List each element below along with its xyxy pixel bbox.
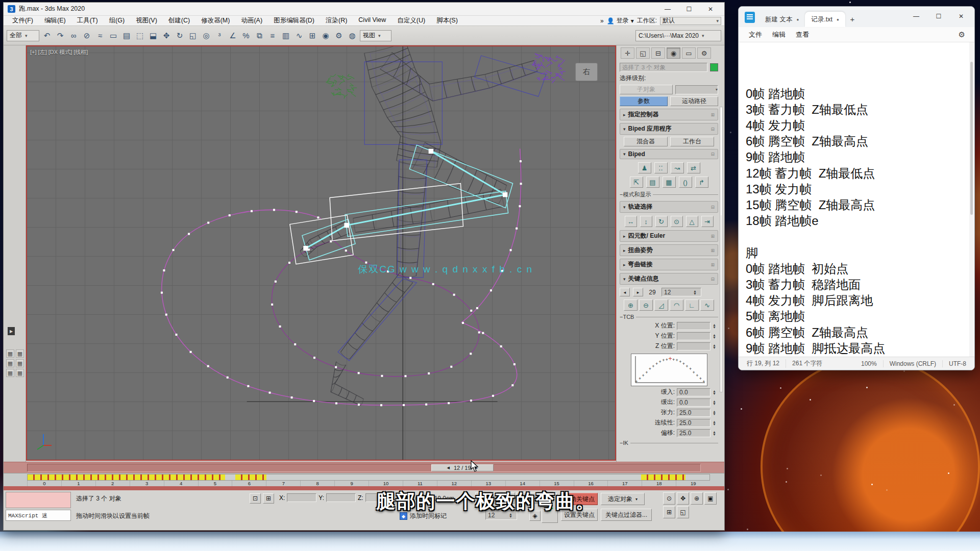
viewport-layout-a-icon[interactable]: ▦	[6, 349, 14, 358]
rollout-biped[interactable]: ▾ Biped ⊟	[620, 149, 718, 159]
named-selection-field[interactable]: 选择了 3 个 对象	[620, 63, 707, 72]
menu-item[interactable]: 组(G)	[104, 16, 131, 25]
rotate-icon[interactable]: ↻	[173, 29, 186, 42]
hierarchy-tab-icon[interactable]: ⊟	[651, 47, 665, 59]
notepad-close-button[interactable]: ✕	[950, 9, 972, 24]
menu-item[interactable]: 脚本(S)	[431, 16, 463, 25]
continuity-field[interactable]: 25.0	[677, 419, 710, 427]
minimize-button[interactable]: —	[658, 4, 677, 14]
align-icon[interactable]: ≡	[266, 29, 279, 42]
rollout-track-selection[interactable]: ▾ 轨迹选择 ⊟	[620, 201, 718, 213]
menu-item[interactable]: 工具(T)	[71, 16, 104, 25]
pan-view-icon[interactable]: ✥	[677, 492, 689, 505]
zoom-region-icon[interactable]: ⊞	[663, 506, 675, 518]
viewport-layout-d-icon[interactable]: ▦	[16, 359, 24, 367]
menu-item[interactable]: 创建(C)	[163, 16, 195, 25]
menu-item[interactable]: 图形编辑器(D)	[268, 16, 320, 25]
notepad-maximize-button[interactable]: ☐	[927, 9, 950, 24]
redo-icon[interactable]: ↷	[54, 29, 67, 42]
settings-gear-icon[interactable]: ⚙	[954, 30, 969, 39]
previous-frame-arrow[interactable]: ◂	[447, 464, 450, 471]
convert-icon[interactable]: ()	[679, 177, 692, 188]
viewport-layout-c-icon[interactable]: ▦	[6, 359, 14, 367]
time-slider-track[interactable]: ◂ 12 / 19 ▸	[27, 464, 701, 472]
object-color-swatch[interactable]	[710, 63, 718, 71]
body-vertical-icon[interactable]: ↕	[640, 216, 652, 227]
tangent-fast-icon[interactable]: ◿	[654, 299, 668, 311]
isolate-selection-icon[interactable]: ⊙	[663, 492, 675, 505]
spinner-icon[interactable]	[713, 431, 718, 436]
rollout-quaternion-euler[interactable]: ▸ 四元数/ Euler ⊞	[620, 230, 718, 242]
spinner-icon[interactable]	[713, 344, 718, 349]
viewport-layout-e-icon[interactable]: ▦	[6, 369, 14, 377]
body-horizontal-icon[interactable]: ↔	[625, 216, 637, 227]
modes-display-separator[interactable]: −模式和显示	[620, 191, 651, 198]
time-slider-button[interactable]: ◂ 12 / 19 ▸	[431, 464, 494, 471]
notepad-menu-item[interactable]: 编辑	[767, 29, 791, 41]
z-position-field[interactable]	[677, 342, 710, 350]
new-tab-button[interactable]: +	[845, 12, 860, 26]
render-setup-icon[interactable]: ⚙	[332, 29, 346, 42]
schematic-view-icon[interactable]: ⊞	[306, 29, 319, 42]
parameters-tab-button[interactable]: 参数	[620, 96, 668, 106]
menu-item[interactable]: 动画(A)	[235, 16, 268, 25]
next-key-button[interactable]: ▸	[633, 288, 643, 296]
viewport-layout-f-icon[interactable]: ▦	[16, 369, 24, 377]
reference-coordinate-dropdown[interactable]: 视图 ▾	[360, 30, 391, 41]
rollout-biped-apps[interactable]: ▾ Biped 应用程序 ⊟	[620, 123, 718, 135]
offset-mode-icon[interactable]: ⊞	[263, 493, 274, 504]
menu-item[interactable]: 编辑(E)	[39, 16, 71, 25]
scale-icon[interactable]: ◱	[186, 29, 200, 42]
flyout-arrow-button[interactable]: ▶	[8, 327, 15, 335]
line-ending[interactable]: Windows (CRLF)	[884, 360, 943, 367]
modify-tab-icon[interactable]: ◱	[636, 47, 650, 59]
keyframe-range[interactable]	[641, 474, 685, 480]
notepad-tab[interactable]: 新建 文本 ●	[759, 12, 805, 27]
bias-field[interactable]: 25.0	[677, 429, 710, 437]
layer-manager-icon[interactable]: ▥	[279, 29, 292, 42]
percent-snap-icon[interactable]: %	[239, 29, 253, 42]
delete-key-icon[interactable]: ⊖	[639, 299, 653, 311]
workspace-dropdown[interactable]: 默认 ▾	[660, 17, 721, 25]
ik-separator[interactable]: −IK	[620, 440, 628, 446]
rollout-key-info[interactable]: ▾ 关键点信息 ⊟	[620, 273, 718, 285]
curve-editor-icon[interactable]: ∿	[292, 29, 306, 42]
tcb-separator[interactable]: −TCB	[620, 314, 634, 320]
figure-mode-icon[interactable]: ♟	[638, 162, 651, 173]
rollout-bend-links[interactable]: ▸ 弯曲链接 ⊞	[620, 259, 718, 270]
create-tab-icon[interactable]: ✛	[621, 47, 634, 59]
zoom-extents-icon[interactable]: ▣	[704, 492, 717, 505]
mirror-icon[interactable]: ⧉	[253, 29, 266, 42]
viewcube[interactable]: 右	[575, 63, 598, 81]
encoding[interactable]: UTF-8	[943, 360, 972, 367]
spinner-icon[interactable]	[693, 290, 699, 295]
select-object-icon[interactable]: ▭	[107, 29, 120, 42]
notepad-menu-item[interactable]: 查看	[791, 29, 814, 41]
key-frame-field[interactable]: 12	[662, 288, 701, 296]
undo-icon[interactable]: ↶	[40, 29, 54, 42]
maxscript-label[interactable]: MAXScript 迷	[6, 510, 71, 521]
sub-object-dropdown[interactable]: ▾	[675, 85, 718, 94]
motion-paths-tab-button[interactable]: 运动路径	[670, 96, 718, 106]
tangent-linear-icon[interactable]: ∟	[685, 299, 699, 311]
crossing-icon[interactable]: ⬓	[146, 29, 160, 42]
selection-lock-icon[interactable]: ⊡	[250, 493, 261, 504]
select-link-icon[interactable]: ∞	[67, 29, 80, 42]
keyframe-range[interactable]	[28, 474, 225, 480]
zoom-level[interactable]: 100%	[855, 360, 884, 367]
menu-item[interactable]: 修改器(M)	[195, 16, 235, 25]
load-file-icon[interactable]: ▤	[646, 177, 659, 188]
rollout-twist-poses[interactable]: ▸ 扭曲姿势 ⊞	[620, 244, 718, 256]
angle-snap-icon[interactable]: ∠	[226, 29, 239, 42]
tension-field[interactable]: 25.0	[677, 409, 710, 417]
keyframe-range[interactable]	[235, 474, 266, 480]
x-coord-field[interactable]	[287, 493, 316, 502]
lock-com-keying-icon[interactable]: ⊙	[671, 216, 683, 227]
previous-key-button[interactable]: ◂	[620, 288, 630, 296]
spinner-icon[interactable]	[713, 334, 718, 339]
spinner-icon[interactable]	[713, 420, 718, 425]
selected-filter-dropdown[interactable]: 选定对象 ▾	[601, 493, 645, 505]
body-rotation-icon[interactable]: ↻	[655, 216, 668, 227]
set-key-icon[interactable]: ⊕	[624, 299, 638, 311]
spinner-icon[interactable]	[713, 323, 718, 329]
